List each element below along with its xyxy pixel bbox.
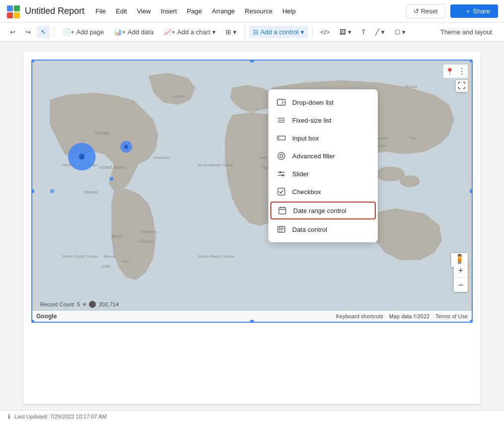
menu-edit[interactable]: Edit [112,5,131,17]
menu-item-input-box[interactable]: Input box [268,129,378,147]
input-box-icon [276,133,286,143]
toolbar-divider-1 [54,26,55,38]
add-chart-icon: 📈+ [164,28,175,36]
svg-rect-52 [277,99,282,105]
svg-text:Greenland: Greenland [154,156,170,159]
menu-help[interactable]: Help [278,5,300,17]
canvas-area: Canada United States Mexico Brazil Boliv… [0,42,504,414]
svg-point-59 [280,154,283,157]
menu-file[interactable]: File [91,5,110,17]
menu-resource[interactable]: Resource [241,5,277,17]
menu-view[interactable]: View [133,5,155,17]
svg-rect-62 [279,171,281,173]
svg-rect-1 [14,5,20,11]
terms-of-use[interactable]: Terms of Use [435,313,468,319]
toolbar-divider-2 [245,26,245,38]
handle-top-right[interactable] [470,60,473,63]
menu-page[interactable]: Page [183,5,206,17]
add-chart-button[interactable]: 📈+ Add a chart ▾ [160,26,220,38]
menu-item-data-control[interactable]: Data control [268,220,378,238]
advanced-filter-icon [276,151,286,161]
select-button[interactable]: ↖ [37,26,50,38]
share-button[interactable]: 👤+ Share [450,4,498,18]
redo-button[interactable]: ↪ [21,26,35,38]
menu-item-fixed-list[interactable]: Fixed-size list [268,111,378,129]
handle-bottom-left[interactable] [31,320,34,323]
map-container[interactable]: Canada United States Mexico Brazil Boliv… [31,60,473,323]
toolbar: ↩ ↪ ↖ 📄+ Add page 📊+ Add data 📈+ Add a c… [0,23,504,42]
menu-item-advanced-filter[interactable]: Advanced filter [268,147,378,165]
chevron-down-icon-3: ▾ [301,28,304,36]
dropdown-list-icon [276,97,286,107]
map-pin-icon[interactable]: 📍 [445,68,454,75]
chevron-down-icon: ▾ [212,28,216,36]
status-text: Last Updated: 7/29/2022 10:17:07 AM [14,414,106,420]
line-icon: ╱ [375,28,379,36]
more-components-button[interactable]: ⊞ ▾ [222,26,241,38]
reset-button[interactable]: ↺ Reset [406,4,445,18]
checkbox-label: Checkbox [292,188,321,196]
svg-text:Tha...: Tha... [410,137,419,140]
chevron-down-icon-4: ▾ [348,28,351,36]
shape-icon: ⬡ [395,28,400,36]
map-legend: Record Count 5 202,714 [36,299,123,310]
embed-icon: </> [321,28,330,36]
map-footer-right: Keyboard shortcuts Map data ©2022 Terms … [336,313,468,319]
chevron-down-icon-5: ▾ [381,28,385,36]
fullscreen-button[interactable]: ⛶ [456,80,468,92]
add-control-button[interactable]: ⊟ Add a control ▾ [249,26,308,38]
menu-item-date-range[interactable]: Date range control [270,202,376,219]
embed-button[interactable]: </> [317,26,334,38]
data-control-label: Data control [292,226,327,233]
line-button[interactable]: ╱ ▾ [371,26,389,38]
svg-point-47 [109,177,113,181]
map-more-icon[interactable]: ⋮ [458,67,466,76]
calendar-icon [277,206,287,215]
undo-button[interactable]: ↩ [6,26,19,38]
svg-rect-65 [279,208,286,214]
text-icon: T [361,28,365,36]
chevron-down-icon-6: ▾ [402,28,406,36]
checkbox-icon [276,187,286,197]
handle-bottom-mid[interactable] [250,320,254,323]
svg-point-58 [278,152,285,159]
handle-mid-right[interactable] [470,189,473,193]
handle-bottom-right[interactable] [470,320,473,323]
svg-text:South Atlantic Ocean: South Atlantic Ocean [198,254,235,259]
svg-text:North Atlantic Ocean: North Atlantic Ocean [198,163,234,167]
menu-item-dropdown-list[interactable]: Drop-down list [268,93,378,111]
svg-text:Chile: Chile [101,264,111,269]
zoom-in-button[interactable]: + [454,264,468,278]
svg-point-48 [50,189,54,193]
reset-icon: ↺ [414,7,419,15]
svg-rect-63 [282,174,284,176]
svg-text:Russia: Russia [405,84,418,89]
svg-rect-3 [14,12,20,18]
text-button[interactable]: T [357,26,369,38]
zoom-out-button[interactable]: − [454,278,468,292]
menu-insert[interactable]: Insert [157,5,181,17]
menu-item-checkbox[interactable]: Checkbox [268,183,378,201]
svg-point-44 [79,154,85,160]
keyboard-shortcuts[interactable]: Keyboard shortcuts [336,313,383,319]
map-zoom-controls: + − [454,264,468,292]
menu-arrange[interactable]: Arrange [208,5,239,17]
svg-point-46 [124,145,128,149]
legend-dot-small [83,303,86,306]
dropdown-list-label: Drop-down list [292,99,334,106]
svg-point-5 [375,166,405,181]
legend-max: 202,714 [99,301,119,307]
undo-icon: ↩ [10,28,15,36]
add-page-icon: 📄+ [63,28,75,36]
menu-item-slider[interactable]: Slider [268,165,378,183]
data-control-icon [276,224,286,234]
svg-text:Mexico: Mexico [84,190,98,195]
image-button[interactable]: 🖼 ▾ [336,26,355,38]
theme-layout-button[interactable]: Theme and layout [434,26,498,38]
shape-button[interactable]: ⬡ ▾ [391,26,410,38]
add-page-button[interactable]: 📄+ Add page [59,26,108,38]
report-title[interactable]: Untitled Report [25,6,84,16]
title-bar: Untitled Report File Edit View Insert Pa… [0,0,504,23]
add-data-button[interactable]: 📊+ Add data [110,26,158,38]
svg-text:Peru: Peru [121,260,129,263]
